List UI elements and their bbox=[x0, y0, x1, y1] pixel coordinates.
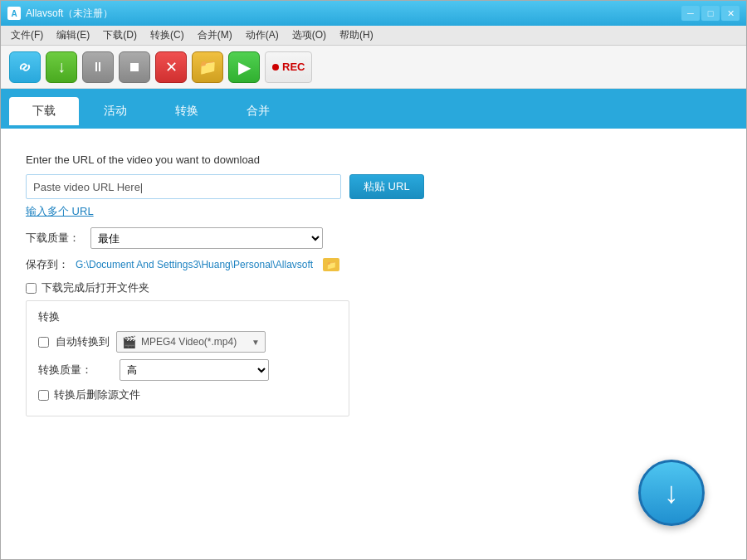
title-bar: A Allavsoft（未注册） ─ □ ✕ bbox=[1, 1, 746, 26]
toolbar-stop-button[interactable]: ⏹ bbox=[119, 51, 150, 83]
menu-download[interactable]: 下载(D) bbox=[96, 27, 144, 44]
folder-icon: 📁 bbox=[198, 58, 217, 76]
toolbar-download-button[interactable]: ↓ bbox=[46, 51, 77, 83]
toolbar-play-button[interactable]: ▶ bbox=[228, 51, 260, 83]
delete-source-checkbox[interactable] bbox=[38, 390, 49, 401]
quality-row: 下载质量： 最佳 高 中 低 bbox=[26, 227, 730, 249]
url-input[interactable] bbox=[26, 174, 341, 199]
start-download-button[interactable]: ↓ bbox=[638, 460, 705, 526]
menu-help[interactable]: 帮助(H) bbox=[333, 27, 380, 44]
menu-merge[interactable]: 合并(M) bbox=[191, 27, 239, 44]
url-section-label: Enter the URL of the video you want to d… bbox=[26, 153, 730, 166]
open-folder-label: 下载完成后打开文件夹 bbox=[42, 280, 149, 295]
close-button[interactable]: ✕ bbox=[721, 6, 740, 21]
quality-label: 下载质量： bbox=[26, 231, 84, 246]
menu-options[interactable]: 选项(O) bbox=[286, 27, 333, 44]
title-bar-text: Allavsoft（未注册） bbox=[26, 7, 681, 21]
convert-quality-label: 转换质量： bbox=[38, 363, 96, 377]
menu-bar: 文件(F) 编辑(E) 下载(D) 转换(C) 合并(M) 动作(A) 选项(O… bbox=[1, 26, 746, 46]
open-folder-row: 下载完成后打开文件夹 bbox=[26, 280, 730, 295]
play-icon: ▶ bbox=[238, 57, 251, 77]
tab-convert[interactable]: 转换 bbox=[152, 97, 222, 125]
tab-download[interactable]: 下载 bbox=[9, 97, 79, 125]
pause-icon: ⏸ bbox=[91, 60, 105, 75]
delete-source-row: 转换后删除源文件 bbox=[38, 387, 337, 402]
download-icon: ↓ bbox=[57, 57, 66, 76]
url-input-row: 粘贴 URL bbox=[26, 174, 730, 199]
quality-select[interactable]: 最佳 高 中 低 bbox=[90, 227, 323, 249]
save-path-row: 保存到： G:\Document And Settings3\Huang\Per… bbox=[26, 257, 730, 272]
convert-format-selector[interactable]: 🎬 MPEG4 Video(*.mp4) ▼ bbox=[116, 331, 266, 353]
menu-file[interactable]: 文件(F) bbox=[4, 27, 50, 44]
app-icon: A bbox=[7, 7, 21, 20]
toolbar-folder-button[interactable]: 📁 bbox=[192, 51, 223, 83]
convert-section-title: 转换 bbox=[38, 309, 337, 324]
tab-activity[interactable]: 活动 bbox=[81, 97, 150, 125]
toolbar-link-button[interactable] bbox=[9, 51, 41, 83]
delete-source-label: 转换后删除源文件 bbox=[54, 387, 140, 402]
convert-format-label: MPEG4 Video(*.mp4) bbox=[141, 336, 237, 348]
minimize-button[interactable]: ─ bbox=[681, 6, 700, 21]
film-icon: 🎬 bbox=[122, 335, 136, 348]
main-window: A Allavsoft（未注册） ─ □ ✕ 文件(F) 编辑(E) 下载(D)… bbox=[0, 0, 747, 560]
menu-convert[interactable]: 转换(C) bbox=[144, 27, 191, 44]
menu-edit[interactable]: 编辑(E) bbox=[50, 27, 96, 44]
download-arrow-icon: ↓ bbox=[664, 478, 679, 508]
stop-icon: ⏹ bbox=[128, 60, 141, 75]
convert-quality-row: 转换质量： 高 中 低 bbox=[38, 359, 337, 381]
convert-section: 转换 自动转换到 🎬 MPEG4 Video(*.mp4) ▼ 转换质量： 高 bbox=[26, 300, 349, 416]
content-area: Enter the URL of the video you want to d… bbox=[1, 129, 746, 559]
auto-convert-row: 自动转换到 🎬 MPEG4 Video(*.mp4) ▼ bbox=[38, 331, 337, 353]
rec-button[interactable]: REC bbox=[265, 51, 312, 83]
auto-convert-label: 自动转换到 bbox=[56, 334, 110, 349]
maximize-button[interactable]: □ bbox=[701, 6, 720, 21]
rec-label: REC bbox=[282, 61, 305, 73]
rec-icon bbox=[272, 64, 279, 71]
toolbar: ↓ ⏸ ⏹ ✕ 📁 ▶ REC bbox=[1, 46, 746, 89]
main-panel: Enter the URL of the video you want to d… bbox=[1, 129, 746, 559]
save-to-label: 保存到： bbox=[26, 257, 69, 272]
multi-url-link[interactable]: 输入多个 URL bbox=[26, 204, 730, 219]
paste-url-button[interactable]: 粘贴 URL bbox=[349, 174, 424, 199]
toolbar-cancel-button[interactable]: ✕ bbox=[155, 51, 187, 83]
convert-format-dropdown-icon: ▼ bbox=[251, 338, 260, 347]
tab-merge[interactable]: 合并 bbox=[223, 97, 293, 125]
title-bar-controls: ─ □ ✕ bbox=[681, 6, 740, 21]
save-path-link[interactable]: G:\Document And Settings3\Huang\Personal… bbox=[76, 259, 313, 270]
tabs-area: 下载 活动 转换 合并 bbox=[1, 89, 746, 125]
link-icon bbox=[17, 59, 33, 75]
folder-browse-icon[interactable]: 📁 bbox=[323, 258, 339, 271]
menu-action[interactable]: 动作(A) bbox=[239, 27, 286, 44]
open-folder-checkbox[interactable] bbox=[26, 283, 37, 294]
toolbar-pause-button[interactable]: ⏸ bbox=[82, 51, 114, 83]
convert-quality-select[interactable]: 高 中 低 bbox=[120, 359, 269, 381]
auto-convert-checkbox[interactable] bbox=[38, 337, 49, 348]
cancel-icon: ✕ bbox=[165, 58, 178, 76]
